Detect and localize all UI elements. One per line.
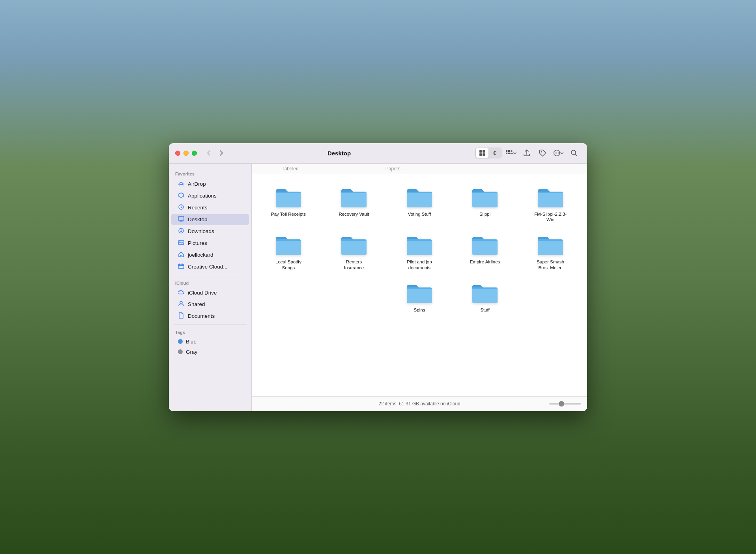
sidebar-item-gray-tag[interactable]: Gray <box>171 347 249 357</box>
file-item-pay-toll-receipts[interactable]: Pay Toll Receipts <box>256 182 321 226</box>
group-button[interactable] <box>504 147 518 159</box>
folder-icon <box>536 185 565 209</box>
shared-label: Shared <box>188 301 205 307</box>
applications-label: Applications <box>188 193 217 199</box>
file-item-pilot-job-docs[interactable]: Pilot and job documents <box>387 230 452 274</box>
sidebar-item-icloud-drive[interactable]: iCloud Drive <box>171 287 249 298</box>
sidebar-item-downloads[interactable]: Downloads <box>171 226 249 237</box>
toolbar-actions <box>475 147 581 159</box>
file-item-super-smash[interactable]: Super Smash Bros. Melee <box>518 230 583 274</box>
svg-rect-4 <box>506 150 507 152</box>
recents-label: Recents <box>188 205 208 211</box>
desktop-icon <box>178 216 185 223</box>
file-name: Recovery Vault <box>339 211 369 217</box>
sidebar-divider-2 <box>174 324 247 325</box>
svg-point-12 <box>558 153 559 153</box>
sidebar-item-applications[interactable]: Applications <box>171 190 249 201</box>
desktop-label: Desktop <box>188 216 208 222</box>
file-browser: labeled Papers Pay Toll Receipts <box>252 164 587 411</box>
gray-tag-label: Gray <box>186 349 197 355</box>
sidebar: Favorites AirDrop Application <box>169 164 252 411</box>
file-item-stuff[interactable]: Stuff <box>452 278 518 316</box>
sidebar-item-documents[interactable]: Documents <box>171 310 249 322</box>
recents-icon <box>178 204 185 211</box>
tag-button[interactable] <box>536 147 549 159</box>
file-name: Super Smash Bros. Melee <box>533 259 568 271</box>
status-bar: 22 items, 61.31 GB available on iCloud <box>252 396 587 411</box>
sidebar-item-recents[interactable]: Recents <box>171 202 249 213</box>
svg-rect-3 <box>483 153 485 156</box>
home-icon <box>178 251 185 259</box>
sidebar-item-blue-tag[interactable]: Blue <box>171 337 249 347</box>
file-item-local-spotify[interactable]: Local Spotify Songs <box>256 230 321 274</box>
labeled-header: labeled <box>283 166 299 172</box>
file-name: Local Spotify Songs <box>271 259 306 271</box>
file-item-recovery-vault[interactable]: Recovery Vault <box>321 182 387 226</box>
maximize-button[interactable] <box>192 151 197 156</box>
gray-tag-dot <box>178 349 183 354</box>
downloads-label: Downloads <box>188 228 214 234</box>
creative-cloud-icon <box>178 263 185 270</box>
slider-thumb[interactable] <box>559 401 564 407</box>
svg-rect-2 <box>479 153 482 156</box>
close-button[interactable] <box>175 151 180 156</box>
view-toggle <box>475 147 502 159</box>
folder-icon <box>340 233 368 257</box>
icloud-drive-icon <box>178 289 185 296</box>
svg-rect-6 <box>506 153 507 154</box>
folder-icon <box>471 185 499 209</box>
folder-icon <box>405 281 434 305</box>
blue-tag-label: Blue <box>186 339 196 345</box>
folder-icon <box>405 185 434 209</box>
sidebar-item-pictures[interactable]: Pictures <box>171 237 249 249</box>
file-name: Empire Airlines <box>470 259 500 265</box>
downloads-icon <box>178 228 185 235</box>
folder-icon <box>274 185 303 209</box>
shared-icon <box>178 300 185 308</box>
sort-toggle-button[interactable] <box>488 148 501 158</box>
finder-window: Desktop <box>169 143 587 411</box>
sidebar-divider-1 <box>174 275 247 275</box>
more-options-button[interactable] <box>552 147 565 159</box>
sidebar-item-shared[interactable]: Shared <box>171 298 249 310</box>
svg-rect-1 <box>483 150 485 153</box>
svg-rect-7 <box>508 153 510 154</box>
file-item-spins[interactable]: Spins <box>387 278 452 316</box>
pictures-label: Pictures <box>188 240 207 246</box>
svg-point-10 <box>556 153 557 153</box>
sidebar-item-joellockard[interactable]: joellockard <box>171 249 249 261</box>
folder-icon <box>405 233 434 257</box>
column-headers: labeled Papers <box>252 164 587 174</box>
folder-icon <box>536 233 565 257</box>
search-button[interactable] <box>567 147 581 159</box>
file-item-renters-insurance[interactable]: Renters Insurance <box>321 230 387 274</box>
share-button[interactable] <box>520 147 533 159</box>
file-item-empire-airlines[interactable]: Empire Airlines <box>452 230 518 274</box>
documents-label: Documents <box>188 313 215 319</box>
traffic-lights <box>175 151 197 156</box>
file-name: Spins <box>414 307 425 313</box>
folder-icon <box>274 233 303 257</box>
sidebar-item-desktop[interactable]: Desktop <box>171 214 249 225</box>
applications-icon <box>178 192 185 200</box>
file-item-fm-slippi[interactable]: FM-Slippi-2.2.3-Win <box>518 182 583 226</box>
file-name: Pay Toll Receipts <box>271 211 306 217</box>
file-item-slippi[interactable]: Slippi <box>452 182 518 226</box>
file-item-voting-stuff[interactable]: Voting Stuff <box>387 182 452 226</box>
icloud-drive-label: iCloud Drive <box>188 290 217 296</box>
title-bar: Desktop <box>169 143 587 164</box>
status-text: 22 items, 61.31 GB available on iCloud <box>378 401 460 407</box>
sidebar-item-creative-cloud[interactable]: Creative Cloud... <box>171 261 249 272</box>
window-title: Desktop <box>208 150 470 157</box>
airdrop-label: AirDrop <box>188 181 206 187</box>
tags-header: Tags <box>169 327 251 336</box>
file-grid: Pay Toll Receipts Recovery Vault <box>252 174 587 396</box>
icon-view-button[interactable] <box>476 148 488 158</box>
minimize-button[interactable] <box>183 151 189 156</box>
airdrop-icon <box>178 180 185 188</box>
zoom-slider[interactable] <box>549 403 581 405</box>
file-name: Stuff <box>480 307 489 313</box>
documents-icon <box>178 312 185 320</box>
svg-rect-5 <box>508 150 510 152</box>
sidebar-item-airdrop[interactable]: AirDrop <box>171 178 249 190</box>
